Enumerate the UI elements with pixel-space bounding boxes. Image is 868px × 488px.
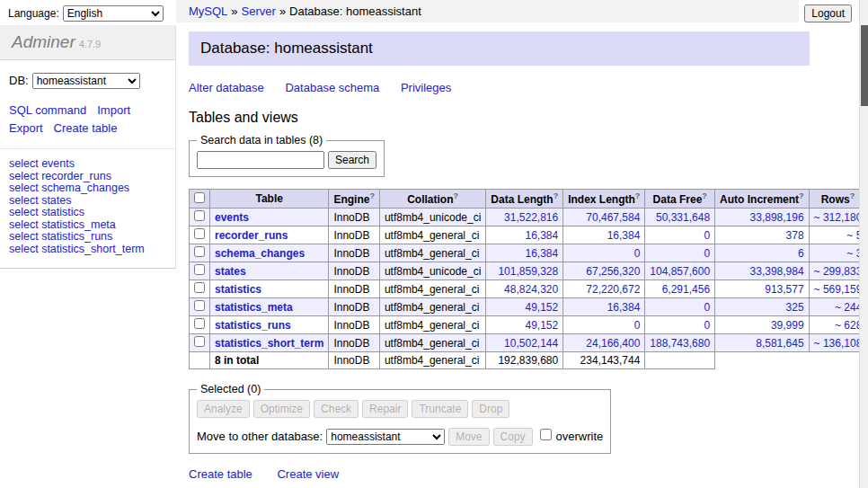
overwrite-label[interactable]: overwrite — [556, 430, 604, 443]
data-free-link[interactable]: 6,291,456 — [662, 283, 710, 296]
index-length-link[interactable]: 24,166,400 — [586, 337, 640, 350]
export-link[interactable]: Export — [9, 121, 43, 135]
sidebar-table-link[interactable]: select statistics_runs — [9, 231, 166, 244]
total-check-cell — [190, 352, 210, 369]
data-free-link[interactable]: 104,857,600 — [650, 265, 710, 278]
row-checkbox[interactable] — [194, 282, 205, 293]
column-help-sup[interactable]: ? — [369, 191, 375, 200]
table-name-link[interactable]: statistics_runs — [215, 319, 291, 332]
table-name-link[interactable]: states — [215, 265, 246, 278]
table-name-link[interactable]: statistics_short_term — [215, 337, 323, 350]
rows-count-link[interactable]: ~ 312,180 — [814, 211, 863, 224]
language-select[interactable]: English — [63, 5, 164, 22]
rows-count-link[interactable]: ~ 628 — [835, 319, 862, 332]
sql-command-link[interactable]: SQL command — [9, 103, 86, 117]
overwrite-checkbox[interactable] — [540, 429, 552, 440]
data-length-link[interactable]: 10,502,144 — [504, 337, 558, 350]
table-name-link[interactable]: recorder_runs — [215, 229, 288, 242]
breadcrumb-mysql-link[interactable]: MySQL — [189, 4, 227, 18]
auto-increment-link[interactable]: 325 — [786, 301, 804, 314]
adminer-logo-link[interactable]: Adminer — [12, 32, 75, 51]
table-name-link[interactable]: events — [215, 211, 249, 224]
index-length-link[interactable]: 70,467,584 — [586, 211, 640, 224]
breadcrumb: MySQL»Server»Database: homeassistant — [176, 0, 799, 22]
row-checkbox[interactable] — [194, 336, 205, 347]
search-fieldset: Search data in tables (8) Search — [189, 134, 385, 177]
scrollbar-thumb[interactable] — [861, 25, 868, 106]
search-button[interactable]: Search — [328, 151, 376, 169]
row-checkbox[interactable] — [194, 318, 205, 329]
row-checkbox[interactable] — [194, 264, 205, 275]
sidebar-table-link[interactable]: select statistics_short_term — [9, 244, 166, 256]
column-help-sup[interactable]: ? — [554, 191, 559, 200]
auto-increment-link[interactable]: 6 — [798, 247, 804, 260]
create-view-link[interactable]: Create view — [277, 467, 339, 481]
data-free-link[interactable]: 50,331,648 — [656, 211, 710, 224]
data-free-link[interactable]: 0 — [704, 301, 710, 314]
auto-increment-link[interactable]: 33,898,196 — [750, 211, 804, 224]
table-name-link[interactable]: schema_changes — [215, 247, 305, 260]
auto-increment-link[interactable]: 33,398,984 — [750, 265, 804, 278]
sidebar-table-link[interactable]: select statistics — [9, 207, 166, 219]
table-name-link[interactable]: statistics — [215, 283, 261, 296]
index-length-link[interactable]: 72,220,672 — [586, 283, 640, 296]
search-input[interactable] — [197, 151, 324, 169]
rows-count-link[interactable]: ~ 136,108 — [814, 337, 863, 350]
data-length-link[interactable]: 31,522,816 — [504, 211, 558, 224]
data-length-link[interactable]: 49,152 — [525, 301, 558, 314]
database-schema-link[interactable]: Database schema — [285, 81, 379, 94]
column-help-sup[interactable]: ? — [702, 191, 707, 200]
alter-database-link[interactable]: Alter database — [189, 81, 264, 94]
breadcrumb-server-link[interactable]: Server — [242, 4, 276, 18]
auto-increment-cell: 33,398,984 — [715, 262, 810, 280]
rows-count-link[interactable]: ~ 569,159 — [814, 283, 863, 296]
auto-increment-link[interactable]: 8,581,645 — [756, 337, 803, 350]
row-checkbox[interactable] — [194, 228, 205, 239]
table-name-link[interactable]: statistics_meta — [215, 301, 293, 314]
auto-increment-link[interactable]: 913,577 — [765, 283, 803, 296]
data-free-link[interactable]: 0 — [704, 229, 710, 242]
data-length-link[interactable]: 101,859,328 — [498, 265, 558, 278]
sidebar-table-link[interactable]: select schema_changes — [9, 182, 166, 195]
data-length-cell: 48,824,320 — [486, 280, 563, 298]
index-length-link[interactable]: 67,256,320 — [586, 265, 640, 278]
data-length-link[interactable]: 49,152 — [525, 319, 558, 332]
create-table-link[interactable]: Create table — [189, 467, 252, 481]
data-length-link[interactable]: 16,384 — [525, 247, 558, 260]
main-content: Database: homeassistant Alter database D… — [189, 22, 810, 488]
column-help-sup[interactable]: ? — [850, 191, 855, 200]
index-length-link[interactable]: 0 — [634, 247, 641, 260]
row-checkbox[interactable] — [194, 300, 205, 311]
table-name-cell: statistics — [210, 280, 329, 298]
sidebar-table-link[interactable]: select statistics_meta — [9, 219, 166, 232]
data-free-link[interactable]: 188,743,680 — [650, 337, 710, 350]
check-all-checkbox[interactable] — [194, 192, 205, 203]
column-help-sup[interactable]: ? — [454, 191, 459, 200]
auto-increment-link[interactable]: 378 — [786, 229, 804, 242]
data-free-link[interactable]: 0 — [704, 319, 710, 332]
move-db-select[interactable]: homeassistant — [326, 429, 445, 445]
rows-count-link[interactable]: ~ 299,833 — [814, 265, 863, 278]
sidebar-table-link[interactable]: select states — [9, 195, 166, 208]
create-table-sidebar-link[interactable]: Create table — [54, 121, 118, 135]
logout-button[interactable]: Logout — [804, 4, 852, 22]
column-help-sup[interactable]: ? — [635, 191, 641, 200]
data-free-link[interactable]: 0 — [704, 247, 710, 260]
vertical-scrollbar[interactable] — [859, 0, 868, 488]
check-all-cell — [190, 190, 210, 209]
column-help-sup[interactable]: ? — [799, 191, 804, 200]
sidebar-table-link[interactable]: select recorder_runs — [9, 171, 166, 183]
import-link[interactable]: Import — [97, 103, 130, 117]
index-length-link[interactable]: 0 — [634, 319, 641, 332]
data-length-link[interactable]: 48,824,320 — [504, 283, 558, 296]
privileges-link[interactable]: Privileges — [401, 81, 451, 94]
data-length-link[interactable]: 16,384 — [525, 229, 558, 242]
row-checkbox[interactable] — [194, 246, 205, 257]
index-length-link[interactable]: 16,384 — [607, 301, 641, 314]
auto-increment-link[interactable]: 39,999 — [771, 319, 804, 332]
db-select[interactable]: homeassistant — [32, 73, 140, 89]
rows-count-link[interactable]: ~ 244 — [835, 301, 862, 314]
row-checkbox[interactable] — [194, 210, 205, 221]
sidebar-table-link[interactable]: select events — [9, 158, 166, 171]
index-length-link[interactable]: 16,384 — [607, 229, 641, 242]
